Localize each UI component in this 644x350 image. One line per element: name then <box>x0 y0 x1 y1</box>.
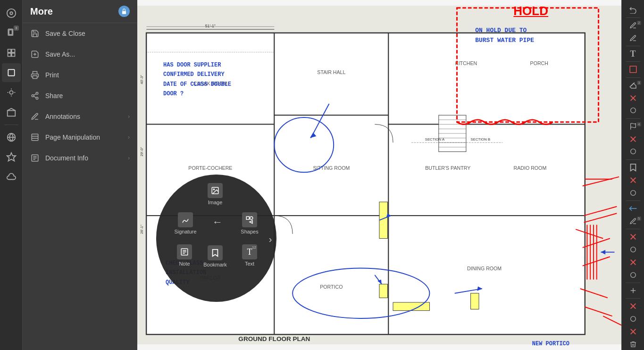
svg-rect-37 <box>388 33 585 125</box>
svg-point-17 <box>36 92 38 95</box>
red-x4-icon[interactable] <box>624 231 643 243</box>
svg-rect-39 <box>388 216 585 334</box>
print-label: Print <box>45 71 130 79</box>
svg-text:26'-1": 26'-1" <box>140 225 144 234</box>
red-x1-icon[interactable] <box>624 92 643 104</box>
page-manipulation-icon <box>30 133 40 142</box>
circle4-icon[interactable] <box>624 244 643 256</box>
red-x7-icon[interactable] <box>624 326 643 338</box>
bookmark-rt-icon[interactable] <box>624 162 643 174</box>
red-square-icon[interactable] <box>624 64 643 75</box>
left-icon-bar: 3 <box>0 0 23 350</box>
text-rt-icon[interactable]: T <box>624 48 643 60</box>
cloud-icon[interactable] <box>2 167 21 186</box>
signature-icon <box>178 212 193 227</box>
docs-badge-icon[interactable]: 3 <box>2 24 21 42</box>
svg-rect-103 <box>246 217 249 219</box>
svg-marker-12 <box>7 153 15 161</box>
star-icon[interactable] <box>2 148 21 167</box>
active-doc-icon[interactable] <box>2 63 21 82</box>
pencil2-icon[interactable] <box>624 32 643 44</box>
svg-point-104 <box>250 217 253 219</box>
document-info-label: Document Info <box>45 154 122 162</box>
trash-icon[interactable] <box>624 338 643 350</box>
red-x3-icon[interactable] <box>624 174 643 186</box>
radial-back-item[interactable]: ← <box>203 215 232 230</box>
flag-icon[interactable]: 4 <box>624 121 643 133</box>
svg-rect-36 <box>274 216 388 334</box>
save-close-label: Save & Close <box>45 30 130 37</box>
page-manipulation-item[interactable]: Page Manipulation › <box>23 127 137 148</box>
svg-point-19 <box>36 97 38 100</box>
svg-point-128 <box>630 272 636 277</box>
undo-icon[interactable] <box>624 4 643 16</box>
blue-arrow-icon[interactable] <box>624 203 643 215</box>
text-label: Text <box>245 261 254 267</box>
docs-badge: 3 <box>14 25 18 31</box>
svg-text:29'-0": 29'-0" <box>140 147 144 157</box>
page-manipulation-label: Page Manipulation <box>45 133 122 141</box>
annotations-item[interactable]: Annotations › <box>23 106 137 127</box>
share-item[interactable]: Share <box>23 85 137 106</box>
svg-rect-10 <box>7 110 15 116</box>
circle2-icon[interactable] <box>624 146 643 158</box>
svg-text:SITTING ROOM: SITTING ROOM <box>313 165 350 171</box>
red-x5-icon[interactable] <box>624 256 643 268</box>
menu-title: More <box>30 6 53 17</box>
pencil3-icon[interactable]: 5 <box>624 215 643 227</box>
back-icon: ← <box>210 215 225 230</box>
svg-text:KITCHEN: KITCHEN <box>455 60 477 66</box>
radial-menu[interactable]: Image Signature ← Shapes <box>156 175 276 302</box>
svg-rect-69 <box>379 202 387 238</box>
note-label: Note <box>179 261 190 267</box>
svg-point-0 <box>7 9 15 17</box>
building-icon[interactable] <box>2 103 21 122</box>
plus-icon[interactable] <box>624 285 643 297</box>
save-close-icon <box>30 29 40 38</box>
svg-text:PORCH: PORCH <box>530 60 548 66</box>
svg-text:51'-1": 51'-1" <box>205 24 216 28</box>
print-item[interactable]: Print <box>23 65 137 85</box>
car-icon[interactable] <box>2 83 21 102</box>
share-label: Share <box>45 92 130 100</box>
rt-sep2 <box>626 46 640 46</box>
svg-marker-105 <box>250 221 252 224</box>
document-info-item[interactable]: Document Info › <box>23 148 137 168</box>
svg-rect-71 <box>393 302 429 310</box>
svg-rect-7 <box>11 53 15 57</box>
circle6-icon[interactable] <box>624 313 643 325</box>
save-as-item[interactable]: Save As... <box>23 44 137 65</box>
circle3-icon[interactable] <box>624 187 643 199</box>
pages-icon[interactable] <box>2 43 21 62</box>
radial-next-item[interactable]: › <box>256 233 284 245</box>
svg-rect-5 <box>11 50 15 53</box>
rt-sep1 <box>626 17 640 18</box>
svg-point-9 <box>9 91 13 94</box>
share-icon <box>30 91 40 100</box>
red-x6-icon[interactable] <box>624 300 643 312</box>
print-icon <box>30 70 40 80</box>
red-x2-icon[interactable] <box>624 133 643 145</box>
svg-text:STAIR HALL: STAIR HALL <box>317 69 345 75</box>
rt-sep4 <box>626 77 640 78</box>
home-icon[interactable] <box>2 4 21 23</box>
next-icon: › <box>265 233 276 245</box>
svg-rect-4 <box>8 50 11 53</box>
eraser-icon[interactable]: 3 <box>624 79 643 91</box>
note-icon <box>177 244 192 259</box>
radial-bookmark-item[interactable]: Bookmark <box>201 245 229 267</box>
svg-rect-72 <box>471 293 479 309</box>
save-as-icon <box>30 50 40 59</box>
pencil1-icon[interactable]: 2 <box>624 19 643 31</box>
radial-text-item[interactable]: T 12 Text <box>235 244 264 267</box>
radial-signature-item[interactable]: Signature <box>171 212 200 234</box>
svg-point-102 <box>213 189 214 190</box>
circle5-icon[interactable] <box>624 269 643 281</box>
radial-image-item[interactable]: Image <box>201 183 229 205</box>
circle1-icon[interactable] <box>624 105 643 117</box>
radial-note-item[interactable]: Note <box>170 244 199 267</box>
globe-icon[interactable] <box>2 128 21 147</box>
image-icon <box>208 183 223 198</box>
save-close-item[interactable]: Save & Close <box>23 23 137 44</box>
radial-shapes-item[interactable]: Shapes <box>235 212 264 234</box>
